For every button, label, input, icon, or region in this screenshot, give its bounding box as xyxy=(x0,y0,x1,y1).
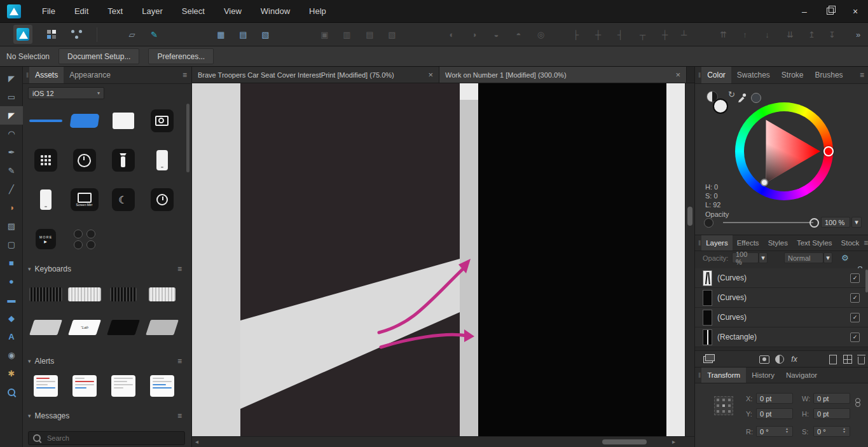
x-input[interactable] xyxy=(756,393,793,404)
section-menu-icon[interactable]: ≡ xyxy=(177,411,182,420)
search-input[interactable] xyxy=(46,434,180,443)
edit-in-pixel-persona-button[interactable]: ✎ xyxy=(146,26,163,43)
layer-row[interactable]: (Curves) ✓ xyxy=(695,288,868,308)
move-to-back-button[interactable]: ⇊ xyxy=(782,26,799,43)
tab-transform[interactable]: Transform xyxy=(701,368,746,383)
asset-phone[interactable] xyxy=(40,189,52,210)
minimize-button[interactable]: – xyxy=(792,0,817,23)
asset-category-select[interactable]: iOS 12 ▾ xyxy=(28,87,104,99)
tab-color[interactable]: Color xyxy=(701,67,731,83)
mask-layer-icon[interactable] xyxy=(757,351,771,368)
panel-grip-icon[interactable]: ‖ xyxy=(698,372,701,379)
menu-window[interactable]: Window xyxy=(251,0,300,23)
move-backward-button[interactable]: ↓ xyxy=(759,26,776,43)
scroll-left-icon[interactable]: ◂ xyxy=(195,438,198,445)
layer-visibility-checkbox[interactable]: ✓ xyxy=(850,273,860,283)
arrange-down-button[interactable]: ↧ xyxy=(823,26,841,43)
add-group-icon[interactable] xyxy=(841,351,855,368)
asset-shape[interactable] xyxy=(71,114,99,128)
arrange-up-button[interactable]: ↥ xyxy=(803,26,820,43)
snapping-button[interactable]: ▤ xyxy=(235,26,252,43)
tab-stock[interactable]: Stock xyxy=(837,235,864,251)
asset-keyboard-landscape-gray[interactable] xyxy=(32,320,60,335)
adjustment-layer-icon[interactable] xyxy=(773,351,787,368)
align-left-button[interactable]: ├ xyxy=(567,26,584,43)
designer-persona-button[interactable] xyxy=(13,25,32,44)
tab-brushes[interactable]: Brushes xyxy=(809,67,849,83)
asset-battery-widget[interactable] xyxy=(156,150,168,170)
asset-camera[interactable] xyxy=(151,109,174,132)
pencil-tool[interactable]: ✎ xyxy=(0,162,23,180)
layer-row[interactable]: (Curves) ✓ xyxy=(695,268,868,288)
colour-picker-tool[interactable]: ◉ xyxy=(0,346,23,364)
asset-keyboard-light-small[interactable] xyxy=(149,287,176,301)
preferences-button[interactable]: Preferences... xyxy=(148,48,214,64)
boolean-divide-button[interactable]: ◎ xyxy=(532,26,549,43)
vertical-scrollbar-thumb[interactable] xyxy=(687,207,692,226)
asset-keyboard-landscape-silver[interactable] xyxy=(148,320,176,335)
vector-brush-tool[interactable]: ╱ xyxy=(0,180,23,198)
tab-effects[interactable]: Effects xyxy=(733,235,764,251)
panel-menu-icon[interactable]: ≡ xyxy=(864,238,868,247)
colour-triangle[interactable] xyxy=(748,115,820,188)
boolean-subtract-button[interactable]: ◑ xyxy=(465,26,483,43)
align-center-button[interactable]: ┼ xyxy=(589,26,607,43)
panel-grip-icon[interactable]: ‖ xyxy=(698,72,701,79)
replace-selection-button[interactable]: ▧ xyxy=(383,26,401,43)
layer-thumbnail[interactable] xyxy=(703,329,712,345)
y-input[interactable] xyxy=(756,408,793,419)
reset-colours-icon[interactable]: ↻ xyxy=(728,90,735,99)
insert-on-top-button[interactable]: ▥ xyxy=(338,26,355,43)
node-tool[interactable]: ◤ xyxy=(0,106,23,125)
panel-menu-icon[interactable]: ≡ xyxy=(183,71,187,79)
asset-more-controls[interactable]: M O R E ▶ xyxy=(36,229,56,249)
asset-volume-buttons[interactable] xyxy=(74,230,95,249)
opacity-slider-track[interactable] xyxy=(723,222,813,223)
asset-keyboard-dark-small[interactable] xyxy=(110,287,137,301)
asset-keyboard-landscape-black[interactable] xyxy=(109,320,137,335)
colour-picker-icon[interactable] xyxy=(737,92,747,102)
vertical-scrollbar[interactable] xyxy=(685,83,694,436)
insert-inside-button[interactable]: ▤ xyxy=(361,26,378,43)
move-to-front-button[interactable]: ⇈ xyxy=(715,26,732,43)
layer-thumbnail[interactable] xyxy=(703,270,712,286)
edit-all-layers-icon[interactable] xyxy=(700,351,715,368)
section-messages[interactable]: ▾ Messages ≡ xyxy=(23,409,191,422)
move-tool[interactable]: ◤ xyxy=(0,69,23,88)
noise-opacity-toggle[interactable] xyxy=(704,218,713,228)
document-tab-1[interactable]: Brave Troopers Car Seat Cover InterestPr… xyxy=(192,67,439,83)
close-button[interactable]: × xyxy=(843,0,868,23)
asset-keyboard-light[interactable] xyxy=(68,287,101,301)
layer-opacity-dropdown-icon[interactable]: ▾ xyxy=(759,252,768,263)
tab-navigator[interactable]: Navigator xyxy=(780,368,823,383)
asset-card[interactable] xyxy=(113,113,134,129)
show-grid-button[interactable]: ▦ xyxy=(212,26,230,43)
asset-alert-3[interactable] xyxy=(111,375,135,397)
tab-layers[interactable]: Layers xyxy=(701,235,733,251)
asset-line[interactable] xyxy=(29,120,62,122)
boolean-xor-button[interactable]: ◓ xyxy=(510,26,527,43)
layer-visibility-checkbox[interactable]: ✓ xyxy=(850,333,860,342)
blend-mode-select[interactable]: Normal xyxy=(784,252,823,263)
export-persona-button[interactable] xyxy=(67,25,86,44)
layer-effects-icon[interactable]: fx xyxy=(787,351,801,368)
asset-alert-4[interactable] xyxy=(150,375,174,397)
tab-assets[interactable]: Assets xyxy=(29,67,64,83)
asset-do-not-disturb[interactable]: ☾ xyxy=(112,188,135,211)
section-menu-icon[interactable]: ≡ xyxy=(177,357,182,366)
section-keyboards[interactable]: ▾ Keyboards ≡ xyxy=(23,263,191,275)
asset-alert-1[interactable] xyxy=(34,375,58,397)
colour-wheel[interactable] xyxy=(735,102,833,200)
align-bottom-button[interactable]: ┴ xyxy=(675,26,692,43)
anchor-point-selector[interactable] xyxy=(714,396,733,415)
tab-appearance[interactable]: Appearance xyxy=(64,67,116,83)
layer-thumbnail[interactable] xyxy=(703,290,712,306)
tab-styles[interactable]: Styles xyxy=(764,235,792,251)
layer-row[interactable]: (Curves) ✓ xyxy=(695,308,868,327)
saturation-lightness-selector[interactable] xyxy=(761,179,768,186)
document-tab-2[interactable]: Work on Number 1 [Modified] (300.0%) × xyxy=(439,67,687,83)
scroll-right-icon[interactable]: ▸ xyxy=(672,438,675,445)
move-forward-button[interactable]: ↑ xyxy=(736,26,754,43)
layer-opacity-value[interactable]: 100 % xyxy=(732,252,759,263)
h-input[interactable] xyxy=(813,408,850,419)
